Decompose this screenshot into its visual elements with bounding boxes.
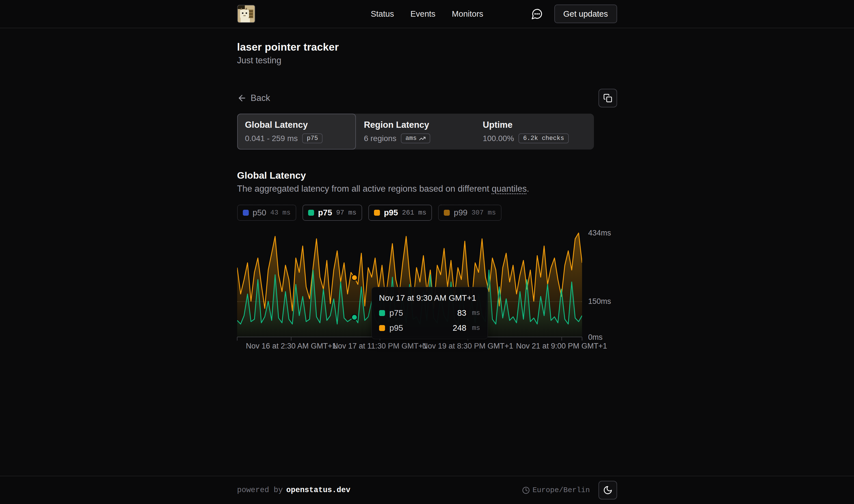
nav-link-status[interactable]: Status [370, 9, 394, 19]
moon-icon [603, 485, 613, 495]
nav-link-events[interactable]: Events [411, 9, 436, 19]
powered-by: powered by openstatus.dev [237, 486, 350, 494]
legend-label: p50 [253, 208, 266, 217]
checks-badge: 6.2k checks [519, 133, 568, 143]
status-page: Status Events Monitors Get updates la [0, 0, 854, 504]
copy-link-button[interactable] [598, 89, 617, 107]
get-updates-button[interactable]: Get updates [555, 4, 617, 23]
chart-legend: p50 43 ms p75 97 ms p95 261 ms p [237, 205, 617, 221]
hover-dot-p75 [351, 314, 357, 320]
nav-link-monitors[interactable]: Monitors [452, 9, 483, 19]
theme-toggle-button[interactable] [598, 481, 617, 500]
legend-label: p95 [384, 208, 398, 217]
x-axis-label: Nov 16 at 2:30 AM GMT+1 [246, 342, 337, 350]
x-axis-tick [582, 337, 582, 341]
latency-series-svg [237, 230, 582, 337]
legend-color-swatch [374, 210, 380, 216]
nav-links: Status Events Monitors [370, 9, 483, 19]
p75-badge: p75 [302, 133, 323, 143]
arrow-left-icon [237, 93, 247, 103]
y-axis-label: 434ms [588, 229, 611, 237]
powered-by-text: powered by [237, 486, 283, 494]
copy-icon [603, 93, 612, 103]
tab-value: 100.00% [483, 134, 514, 143]
y-axis-label: 150ms [588, 297, 611, 306]
clock-icon [522, 486, 530, 494]
tab-global-latency[interactable]: Global Latency 0.041 - 259 ms p75 [237, 114, 356, 149]
section-title: Global Latency [237, 170, 617, 181]
section-description: The aggregated latency from all active r… [237, 184, 617, 194]
legend-label: p99 [454, 208, 467, 217]
x-axis-tick [380, 337, 380, 341]
page-title: laser pointer tracker [237, 41, 617, 53]
legend-color-swatch [444, 210, 450, 216]
cat-pixel-art [238, 5, 255, 22]
legend-chip-p95[interactable]: p95 261 ms [368, 205, 432, 221]
x-axis-tick [237, 337, 237, 341]
x-axis-tick [291, 337, 291, 341]
region-badge: ams [401, 133, 430, 143]
tab-title: Uptime [483, 120, 586, 130]
legend-value: 97 ms [336, 209, 357, 217]
description-text: The aggregated latency from all active r… [237, 184, 492, 194]
x-axis-label: Nov 19 at 8:30 PM GMT+1 [422, 342, 513, 350]
tab-title: Global Latency [245, 120, 348, 130]
back-link[interactable]: Back [237, 93, 270, 103]
main-content: laser pointer tracker Just testing Back [0, 28, 854, 476]
metric-tabs: Global Latency 0.041 - 259 ms p75 Region… [237, 114, 594, 149]
openstatus-link[interactable]: openstatus.dev [286, 486, 350, 494]
page-footer: powered by openstatus.dev Europe/Berlin [0, 476, 854, 504]
global-latency-chart: Nov 17 at 9:30 AM GMT+1 p75 83 ms p95 24… [237, 230, 617, 354]
tab-value: 0.041 - 259 ms [245, 134, 298, 143]
tab-uptime[interactable]: Uptime 100.00% 6.2k checks [475, 114, 594, 149]
legend-label: p75 [318, 208, 332, 217]
logo-cat-image[interactable] [237, 5, 255, 23]
timezone-label: Europe/Berlin [532, 486, 590, 494]
tab-region-latency[interactable]: Region Latency 6 regions ams [356, 114, 475, 149]
legend-value: 43 ms [270, 209, 291, 217]
legend-value: 261 ms [402, 209, 426, 217]
y-axis-labels: 434ms150ms0ms [582, 230, 617, 337]
x-axis-labels: Nov 16 at 2:30 AM GMT+1Nov 17 at 11:30 P… [237, 342, 582, 354]
legend-chip-p99[interactable]: p99 307 ms [438, 205, 502, 221]
tab-value: 6 regions [364, 134, 396, 143]
top-nav: Status Events Monitors Get updates [0, 0, 854, 28]
legend-color-swatch [243, 210, 249, 216]
y-axis-label: 0ms [588, 333, 603, 342]
back-label: Back [251, 93, 270, 103]
message-bubble-icon [531, 8, 543, 20]
legend-chip-p50[interactable]: p50 43 ms [237, 205, 296, 221]
legend-color-swatch [308, 210, 314, 216]
x-axis-tick [561, 337, 562, 341]
tab-title: Region Latency [364, 120, 467, 130]
feedback-button[interactable] [531, 8, 543, 20]
page-subtitle: Just testing [237, 55, 617, 66]
timezone-display: Europe/Berlin [522, 486, 590, 494]
legend-chip-p75[interactable]: p75 97 ms [303, 205, 362, 221]
latency-plot-area[interactable]: Nov 17 at 9:30 AM GMT+1 p75 83 ms p95 24… [237, 230, 582, 337]
description-period: . [527, 184, 529, 194]
x-axis-label: Nov 17 at 11:30 PM GMT+1 [332, 342, 427, 350]
trending-up-icon [419, 135, 426, 142]
hover-dot-p95 [351, 275, 357, 281]
legend-value: 307 ms [472, 209, 496, 217]
x-axis-label: Nov 21 at 9:00 PM GMT+1 [516, 342, 607, 350]
x-axis-tick [468, 337, 468, 341]
quantiles-link[interactable]: quantiles [492, 184, 527, 194]
